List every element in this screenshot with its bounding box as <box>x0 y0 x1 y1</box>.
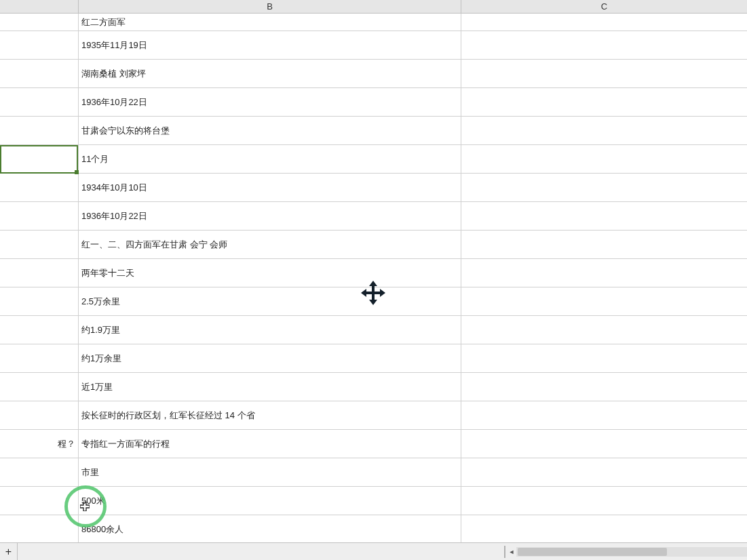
cell-c[interactable] <box>461 316 747 344</box>
column-header-b[interactable]: B <box>79 0 461 13</box>
cell-b[interactable]: 湖南桑植 刘家坪 <box>79 60 461 87</box>
cell-a[interactable] <box>0 401 79 429</box>
column-header-a[interactable] <box>0 0 79 13</box>
cell-a[interactable] <box>0 14 79 31</box>
cell-b[interactable]: 按长征时的行政区划，红军长征经过 14 个省 <box>79 401 461 429</box>
table-row[interactable]: 近1万里 <box>0 373 747 401</box>
cell-c[interactable] <box>461 60 747 87</box>
cell-a[interactable] <box>0 287 79 315</box>
scroll-separator <box>504 546 505 558</box>
cell-c[interactable] <box>461 287 747 315</box>
column-header-c[interactable]: C <box>461 0 747 13</box>
cell-a[interactable] <box>0 231 79 258</box>
table-row[interactable]: 500米 <box>0 487 747 515</box>
cell-b[interactable]: 86800余人 <box>79 515 461 542</box>
table-row[interactable]: 按长征时的行政区划，红军长征经过 14 个省 <box>0 401 747 430</box>
cell-c[interactable] <box>461 174 747 201</box>
cell-a[interactable] <box>0 145 79 173</box>
table-row[interactable]: 约1万余里 <box>0 344 747 373</box>
table-row[interactable]: 11个月 <box>0 145 747 174</box>
cell-a[interactable]: 程？ <box>0 430 79 458</box>
cell-b[interactable]: 500米 <box>79 487 461 515</box>
cell-c[interactable] <box>461 487 747 515</box>
cell-a[interactable] <box>0 344 79 372</box>
cell-c[interactable] <box>461 117 747 144</box>
table-row[interactable]: 1936年10月22日 <box>0 88 747 117</box>
cell-a[interactable] <box>0 259 79 287</box>
cell-c[interactable] <box>461 14 747 31</box>
cell-a[interactable] <box>0 515 79 542</box>
cell-c[interactable] <box>461 88 747 116</box>
cell-b[interactable]: 1936年10月22日 <box>79 88 461 116</box>
cell-a[interactable] <box>0 487 79 515</box>
cell-a[interactable] <box>0 117 79 144</box>
cell-a[interactable] <box>0 88 79 116</box>
table-row[interactable]: 约1.9万里 <box>0 316 747 344</box>
cell-b[interactable]: 专指红一方面军的行程 <box>79 430 461 458</box>
cell-b[interactable]: 2.5万余里 <box>79 287 461 315</box>
table-row[interactable]: 1934年10月10日 <box>0 174 747 202</box>
table-row[interactable]: 湖南桑植 刘家坪 <box>0 60 747 88</box>
cell-b[interactable]: 11个月 <box>79 145 461 173</box>
table-row[interactable]: 2.5万余里 <box>0 287 747 316</box>
cell-c[interactable] <box>461 202 747 230</box>
cell-b[interactable]: 红二方面军 <box>79 14 461 31</box>
cell-b[interactable]: 1936年10月22日 <box>79 202 461 230</box>
cell-b[interactable]: 1934年10月10日 <box>79 174 461 201</box>
table-row[interactable]: 1936年10月22日 <box>0 202 747 231</box>
cell-b[interactable]: 1935年11月19日 <box>79 31 461 59</box>
cell-a[interactable] <box>0 373 79 401</box>
column-header-row: B C <box>0 0 747 14</box>
table-row[interactable]: 红一、二、四方面军在甘肃 会宁 会师 <box>0 231 747 259</box>
add-sheet-button[interactable]: + <box>0 543 18 561</box>
horizontal-scrollbar[interactable] <box>516 547 747 557</box>
cell-c[interactable] <box>461 458 747 486</box>
table-row[interactable]: 两年零十二天 <box>0 259 747 287</box>
cell-c[interactable] <box>461 259 747 287</box>
scroll-left-button[interactable]: ◄ <box>507 545 516 559</box>
cell-c[interactable] <box>461 231 747 258</box>
cell-b[interactable]: 近1万里 <box>79 373 461 401</box>
cell-b[interactable]: 约1万余里 <box>79 344 461 372</box>
cell-b[interactable]: 甘肃会宁以东的将台堡 <box>79 117 461 144</box>
cell-b[interactable]: 红一、二、四方面军在甘肃 会宁 会师 <box>79 231 461 258</box>
table-row[interactable]: 1935年11月19日 <box>0 31 747 60</box>
cell-c[interactable] <box>461 515 747 542</box>
table-row[interactable]: 程？ 专指红一方面军的行程 <box>0 430 747 458</box>
cell-c[interactable] <box>461 401 747 429</box>
cell-a[interactable] <box>0 202 79 230</box>
cell-a[interactable] <box>0 31 79 59</box>
scrollbar-thumb[interactable] <box>518 548 667 556</box>
cell-c[interactable] <box>461 430 747 458</box>
cell-c[interactable] <box>461 344 747 372</box>
spreadsheet-grid[interactable]: 红二方面军 1935年11月19日 湖南桑植 刘家坪 1936年10月22日 甘… <box>0 14 747 542</box>
cell-c[interactable] <box>461 31 747 59</box>
cell-a[interactable] <box>0 174 79 201</box>
table-row[interactable]: 红二方面军 <box>0 14 747 31</box>
horizontal-scroll-region: ◄ <box>503 543 747 561</box>
cell-a[interactable] <box>0 60 79 87</box>
cell-b[interactable]: 市里 <box>79 458 461 486</box>
cell-a[interactable] <box>0 316 79 344</box>
cell-b[interactable]: 两年零十二天 <box>79 259 461 287</box>
cell-b[interactable]: 约1.9万里 <box>79 316 461 344</box>
sheet-tab-bar: + ◄ <box>0 542 747 560</box>
cell-a[interactable] <box>0 458 79 486</box>
table-row[interactable]: 甘肃会宁以东的将台堡 <box>0 117 747 145</box>
cell-c[interactable] <box>461 145 747 173</box>
cell-c[interactable] <box>461 373 747 401</box>
table-row[interactable]: 86800余人 <box>0 515 747 542</box>
table-row[interactable]: 市里 <box>0 458 747 487</box>
